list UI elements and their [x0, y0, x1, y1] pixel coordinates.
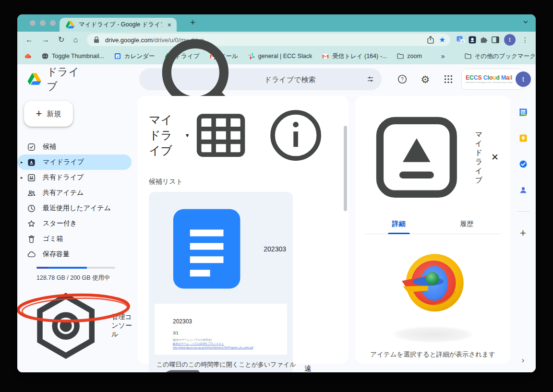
browser-profile-avatar[interactable]: t	[504, 34, 516, 46]
suggestions-label: 候補リスト	[149, 178, 339, 186]
svg-text:A: A	[462, 40, 464, 43]
sidebar-item-my-drive[interactable]: ▸マイドライブ	[17, 154, 132, 170]
search-options-tune-icon[interactable]	[367, 74, 374, 84]
help-icon[interactable]: ?	[397, 74, 408, 84]
sidebar-item-label: 保存容量	[43, 250, 70, 259]
reload-icon[interactable]: ↻	[55, 36, 68, 44]
scrollbar-thumb[interactable]	[344, 126, 347, 211]
details-empty-text: アイテムを選択すると詳細が表示されます	[365, 350, 501, 359]
suggestions-icon	[27, 143, 36, 152]
tab-activity[interactable]: 履歴	[433, 220, 501, 234]
info-icon[interactable]	[265, 105, 326, 166]
expand-arrow-icon[interactable]: ▸	[21, 160, 23, 165]
close-icon[interactable]: ✕	[489, 152, 501, 163]
grid-view-icon[interactable]	[190, 105, 252, 166]
file-preview-thumbnail[interactable]: 202303 3/1 [組合せゲームとパズルの研究会] 組合せゲーム・パズル(C…	[155, 304, 287, 355]
details-tabs: 詳細 履歴	[365, 220, 501, 234]
extensions-puzzle-icon[interactable]	[479, 35, 489, 45]
storage-usage-text: 128.78 GB / 200 GB 使用中	[36, 274, 137, 282]
sidebar-item-label: 共有アイテム	[43, 189, 84, 197]
folder-icon	[464, 52, 472, 60]
sidebar-item-label: スター付き	[43, 219, 77, 228]
bookmark-item[interactable]	[24, 52, 32, 60]
back-icon[interactable]: ←	[22, 36, 36, 44]
share-icon[interactable]	[426, 35, 435, 45]
contacts-icon[interactable]	[518, 185, 528, 195]
drive-logo[interactable]: ドライブ	[17, 65, 85, 94]
collapse-panel-chevron-icon[interactable]: ›	[522, 356, 524, 365]
empty-state-illustration	[397, 249, 469, 321]
tab-search-chevron-icon[interactable]	[522, 19, 529, 27]
sidebar-item-shared-drives[interactable]: ▸共有ドライブ	[17, 170, 132, 185]
sidebar-item-admin-console[interactable]: 管理コンソール	[27, 287, 137, 365]
expand-arrow-icon[interactable]: ▸	[21, 175, 23, 180]
sidebar-item-shared-items[interactable]: 共有アイテム	[17, 185, 132, 201]
browser-menu-icon[interactable]: ⋮	[519, 36, 531, 44]
forward-icon[interactable]: →	[38, 36, 53, 44]
new-button-label: 新規	[47, 109, 61, 119]
preview-link: http://www.alg.co.uec.ac.jp/itohiro/Game…	[173, 346, 253, 349]
bookmarks-bar: Toggle Thumbnail...3カレンダードライブ7メールgeneral…	[17, 48, 536, 64]
settings-gear-icon[interactable]: ⚙	[420, 74, 431, 84]
google-apps-grid-icon[interactable]	[443, 74, 454, 84]
starred-icon	[27, 219, 36, 228]
bookmark-item[interactable]: zoom	[397, 52, 422, 60]
sidebar-item-starred[interactable]: スター付き	[17, 216, 132, 231]
cloud-icon	[24, 52, 32, 60]
drive-search-bar[interactable]	[139, 68, 382, 90]
bookmarks-overflow-chevron[interactable]: »	[441, 52, 445, 60]
sidebar-item-suggestions[interactable]: 候補	[17, 139, 132, 154]
calendar-bm-icon: 3	[114, 52, 121, 60]
drive-profile-avatar[interactable]: t	[516, 71, 531, 87]
bookmark-star-icon[interactable]: ★	[439, 36, 445, 44]
translate-icon[interactable]: 文A	[456, 35, 466, 45]
google-docs-icon	[156, 199, 257, 299]
bookmark-label: 受信トレイ (164) -...	[332, 52, 387, 60]
admin-console-icon	[27, 287, 105, 365]
sidebar-item-label: 共有ドライブ	[43, 173, 84, 182]
close-window-button[interactable]	[30, 20, 36, 26]
sidebar-item-recent[interactable]: 最近使用したアイテム	[17, 201, 132, 216]
trash-icon	[27, 235, 36, 244]
my-drive-icon	[27, 158, 36, 167]
other-bookmarks-folder[interactable]: その他のブックマーク	[464, 52, 536, 60]
file-name: 遠隔会議システム技術審査委員会	[304, 364, 313, 372]
storage-icon	[27, 250, 36, 259]
sidebar-item-label: ゴミ箱	[43, 235, 63, 243]
side-panel-icon[interactable]	[491, 35, 500, 45]
calendar-app-icon[interactable]: 31	[518, 107, 528, 117]
sidebar-item-storage[interactable]: 保存容量	[17, 247, 132, 262]
bookmark-item[interactable]: 受信トレイ (164) -...	[322, 52, 387, 60]
home-icon[interactable]: ⌂	[70, 36, 81, 44]
recent-icon	[27, 204, 36, 213]
illustration-shadow	[393, 326, 473, 343]
url-host: drive.google.com	[105, 36, 153, 44]
tasks-icon[interactable]	[518, 159, 528, 169]
drive-header: ドライブ ? ⚙ ECCS Cloud Mail Information Tec…	[17, 64, 536, 94]
bookmark-label: Toggle Thumbnail...	[52, 53, 104, 59]
keep-icon[interactable]	[518, 133, 528, 143]
extension-app-icon[interactable]	[468, 35, 477, 45]
suggested-file-card[interactable]: 202303 202303 3/1 [組合せゲームとパズルの研究会] 組合せゲー…	[149, 192, 293, 372]
new-button[interactable]: + 新規	[24, 101, 73, 127]
get-addons-plus-icon[interactable]: +	[520, 228, 526, 238]
page-title[interactable]: マイドライブ	[149, 112, 181, 158]
bookmark-item[interactable]: Toggle Thumbnail...	[41, 52, 104, 60]
eccs-account-badge[interactable]: ECCS Cloud Mail Information Technology C…	[461, 69, 524, 90]
preview-title: 202303	[173, 318, 192, 325]
lock-icon	[92, 35, 101, 45]
sidebar-item-trash[interactable]: ゴミ箱	[17, 231, 132, 247]
search-input[interactable]	[264, 75, 361, 84]
eccs-badge-subtitle: Information Technology Center, The Unive…	[466, 82, 513, 83]
details-panel-title: マイドライブ	[475, 130, 482, 185]
maximize-window-button[interactable]	[50, 20, 56, 26]
bookmark-label: zoom	[407, 53, 422, 59]
file-list-panel: マイドライブ ▼ 候補リスト 202303	[137, 96, 349, 364]
folder-outline-icon	[397, 52, 404, 60]
sidebar-nav: 候補▸マイドライブ▸共有ドライブ共有アイテム最近使用したアイテムスター付きゴミ箱…	[17, 139, 137, 262]
title-caret-down-icon[interactable]: ▼	[185, 132, 190, 138]
tab-strip: マイドライブ - Google ドライブ × +	[17, 14, 536, 32]
tab-details[interactable]: 詳細	[365, 220, 433, 234]
address-bar[interactable]: drive.google.com/drive/u/0/my-drive ★	[87, 34, 450, 46]
minimize-window-button[interactable]	[40, 20, 46, 26]
